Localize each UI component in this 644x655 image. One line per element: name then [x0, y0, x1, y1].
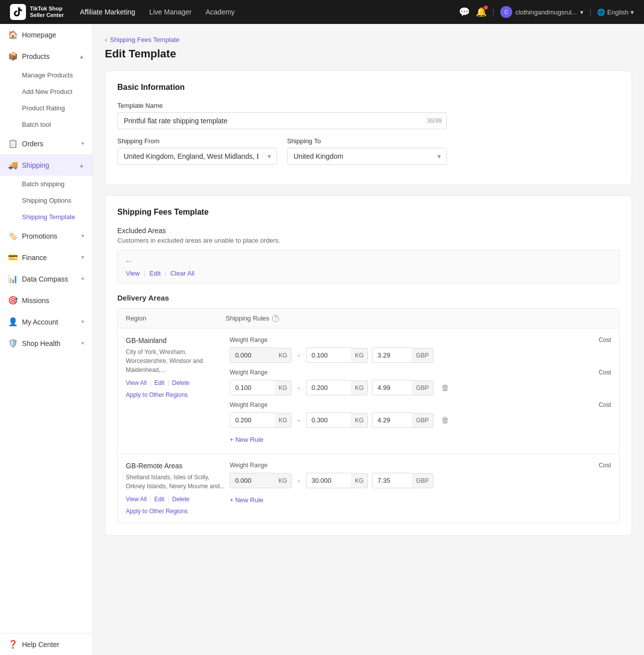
lang-chevron-icon: ▾ — [631, 8, 634, 16]
region-remote-edit-link[interactable]: Edit — [154, 496, 165, 503]
weight-from-remote-unit: KG — [275, 473, 292, 488]
account-menu[interactable]: C clothingandmugsrul... ▾ — [500, 6, 584, 18]
region-remote-apply-link[interactable]: Apply to Other Regions — [126, 508, 188, 515]
orders-chevron-icon: ▾ — [81, 140, 84, 147]
sidebar-item-shop-health[interactable]: 🛡️ Shop Health ▾ — [0, 332, 92, 354]
weight-from-remote-input — [230, 473, 275, 488]
sidebar-item-shipping-template[interactable]: Shipping Template — [22, 209, 92, 225]
help-center-icon: ❓ — [8, 640, 17, 649]
sidebar-item-shipping[interactable]: 🚚 Shipping ▲ — [0, 154, 92, 176]
sidebar-item-missions[interactable]: 🎯 Missions — [0, 290, 92, 311]
new-rule-button-remote[interactable]: + New Rule — [230, 494, 264, 506]
delete-rule-3-button[interactable]: 🗑 — [439, 414, 451, 427]
sidebar-item-product-rating[interactable]: Product Rating — [22, 100, 92, 116]
weight-to-input-3[interactable] — [306, 412, 351, 428]
excluded-edit-link[interactable]: Edit — [149, 270, 160, 277]
nav-divider: | — [493, 8, 495, 16]
weight-from-input-3[interactable] — [230, 412, 275, 428]
globe-icon: 🌐 — [597, 8, 605, 16]
breadcrumb-parent[interactable]: Shipping Fees Template — [110, 36, 179, 43]
rules-col-gb-remote: Weight Range Cost KG - KG — [226, 462, 611, 515]
shipping-rules-col-header: Shipping Rules ? — [226, 315, 611, 322]
template-name-input-wrapper: 36/99 — [117, 112, 447, 129]
promotions-chevron-icon: ▾ — [81, 233, 84, 239]
logo[interactable]: TikTok Shop Seller Center — [10, 4, 64, 20]
my-account-chevron-icon: ▾ — [81, 319, 84, 325]
excluded-areas-title: Excluded Areas — [117, 227, 620, 235]
delete-rule-2-button[interactable]: 🗑 — [439, 381, 451, 394]
weight-to-remote-unit: KG — [351, 473, 368, 488]
region-col-header: Region — [126, 315, 226, 322]
weight-range-row: KG - KG GBP 🗑 — [230, 380, 611, 395]
region-remote-view-all-link[interactable]: View All — [126, 496, 147, 503]
weight-from-unit-3: KG — [275, 413, 292, 428]
sidebar-item-my-account[interactable]: 👤 My Account ▾ — [0, 311, 92, 332]
nav-academy[interactable]: Academy — [206, 8, 235, 16]
excluded-dash: -- — [126, 257, 131, 265]
region-actions: View All | Edit | Delete — [126, 379, 226, 386]
excluded-areas-box: -- View | Edit | Clear All — [117, 250, 620, 284]
shipping-from-select[interactable]: United Kingdom, England, West Midlands, … — [117, 148, 277, 165]
shipping-from-label: Shipping From — [117, 137, 277, 145]
sidebar-item-help-center[interactable]: ❓ Help Center — [0, 634, 92, 655]
weight-to-group-3: KG — [306, 412, 368, 428]
sidebar-item-manage-products[interactable]: Manage Products — [22, 67, 92, 83]
weight-range-rule-2: Weight Range Cost KG - KG — [230, 369, 611, 395]
sidebar-item-shipping-options[interactable]: Shipping Options — [22, 192, 92, 209]
region-desc: City of York, Wrexham, Worcestershire, W… — [126, 347, 226, 374]
weight-from-input-2[interactable] — [230, 380, 275, 395]
region-apply-link[interactable]: Apply to Other Regions — [126, 391, 188, 398]
sidebar-item-homepage[interactable]: 🏠 Homepage — [0, 24, 92, 45]
weight-to-input-1[interactable] — [306, 347, 351, 363]
data-compass-icon: 📊 — [8, 274, 17, 284]
sidebar-item-add-product[interactable]: Add New Product — [22, 83, 92, 100]
cost-input-1[interactable] — [372, 347, 412, 363]
language-selector[interactable]: 🌐 English ▾ — [597, 8, 634, 16]
weight-dash-remote: - — [296, 477, 302, 485]
products-icon: 📦 — [8, 51, 17, 61]
weight-to-input-2[interactable] — [306, 380, 351, 395]
home-icon: 🏠 — [8, 30, 17, 39]
shipping-to-select[interactable]: United Kingdom — [287, 148, 447, 165]
cost-input-3[interactable] — [372, 412, 412, 428]
shipping-fees-title: Shipping Fees Template — [117, 208, 620, 217]
template-name-input[interactable] — [117, 112, 447, 129]
cost-group-2: GBP — [372, 380, 433, 395]
nav-affiliate-marketing[interactable]: Affiliate Marketing — [80, 8, 135, 16]
chat-icon[interactable]: 💬 — [459, 6, 470, 17]
nav-live-manager[interactable]: Live Manager — [149, 8, 192, 16]
data-compass-chevron-icon: ▾ — [81, 276, 84, 282]
shipping-rules-info-icon[interactable]: ? — [272, 315, 279, 322]
weight-range-rule-1: Weight Range Cost KG - KG — [230, 336, 611, 363]
weight-dash-1: - — [296, 351, 302, 359]
sidebar-item-orders[interactable]: 📋 Orders ▾ — [0, 133, 92, 154]
region-delete-link[interactable]: Delete — [172, 379, 190, 386]
new-rule-button-mainland[interactable]: + New Rule — [230, 434, 264, 445]
cost-remote-input[interactable] — [372, 473, 412, 488]
weight-from-unit-1: KG — [275, 348, 292, 363]
region-remote-delete-link[interactable]: Delete — [172, 496, 190, 503]
cost-input-2[interactable] — [372, 380, 412, 395]
region-edit-link[interactable]: Edit — [154, 379, 165, 386]
sidebar-item-data-compass[interactable]: 📊 Data Compass ▾ — [0, 268, 92, 290]
weight-to-remote-input[interactable] — [306, 473, 351, 488]
sidebar-item-batch-tool[interactable]: Batch tool — [22, 116, 92, 133]
products-chevron-icon: ▲ — [79, 53, 84, 59]
shipping-icon: 🚚 — [8, 160, 17, 170]
weight-dash-3: - — [296, 416, 302, 424]
sidebar-item-batch-shipping[interactable]: Batch shipping — [22, 176, 92, 192]
region-apply-action: Apply to Other Regions — [126, 391, 226, 398]
excluded-view-link[interactable]: View — [126, 270, 140, 277]
notification-bell[interactable]: 🔔 — [476, 6, 487, 17]
weight-to-unit-2: KG — [351, 380, 368, 395]
sidebar-item-promotions[interactable]: 🏷️ Promotions ▾ — [0, 225, 92, 247]
sidebar-item-finance[interactable]: 💳 Finance ▾ — [0, 247, 92, 268]
excluded-clear-link[interactable]: Clear All — [170, 270, 194, 277]
language-label: English — [607, 8, 629, 16]
region-view-all-link[interactable]: View All — [126, 379, 147, 386]
weight-from-group-2: KG — [230, 380, 292, 395]
weight-range-rule-3: Weight Range Cost KG - KG — [230, 401, 611, 428]
sidebar-item-products[interactable]: 📦 Products ▲ — [0, 45, 92, 67]
weight-dash-2: - — [296, 384, 302, 392]
template-name-group: Template Name 36/99 — [117, 102, 447, 129]
